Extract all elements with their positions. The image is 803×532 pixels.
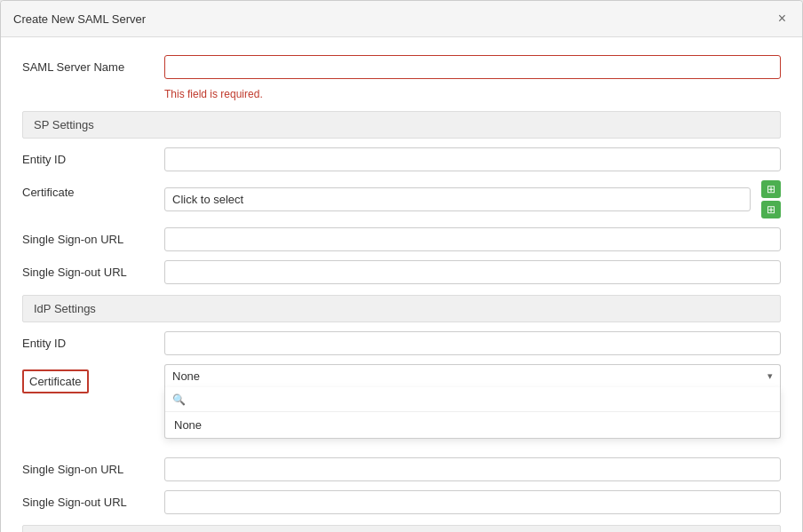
idp-certificate-field: None ▾ 🔍 None — [164, 364, 781, 387]
cert-icon-2: ⊞ — [767, 203, 775, 216]
sp-sso-logout-url-label: Single Sign-out URL — [22, 260, 164, 279]
idp-sso-logout-url-field — [164, 490, 781, 514]
dropdown-item-none[interactable]: None — [165, 412, 780, 438]
dropdown-search-input[interactable] — [191, 393, 773, 406]
modal-title: Create New SAML Server — [13, 12, 146, 26]
sp-certificate-row: Certificate Click to select ⊞ ⊞ — [22, 180, 781, 218]
cert-icon-1: ⊞ — [767, 183, 775, 195]
idp-certificate-label: Certificate — [22, 369, 89, 393]
idp-certificate-selected-value: None — [172, 369, 200, 383]
bottom-sections: Advanced Options › Per-Device Mapping ˅ — [22, 525, 781, 532]
sp-sso-url-row: Single Sign-on URL — [22, 227, 781, 251]
idp-certificate-dropdown: None ▾ 🔍 None — [164, 364, 781, 387]
idp-entity-id-label: Entity ID — [22, 331, 164, 350]
idp-sso-logout-url-label: Single Sign-out URL — [22, 490, 164, 509]
sp-sso-url-field — [164, 227, 781, 251]
advanced-options-header[interactable]: Advanced Options › — [22, 525, 781, 532]
sp-sso-logout-url-field — [164, 260, 781, 284]
modal-header: Create New SAML Server × — [1, 1, 802, 37]
idp-certificate-row: Certificate None ▾ 🔍 None — [22, 364, 781, 393]
sp-entity-id-row: Entity ID — [22, 147, 781, 171]
sp-settings-header: SP Settings — [22, 111, 781, 139]
idp-certificate-select-btn[interactable]: None ▾ — [164, 364, 781, 387]
saml-server-name-error: This field is required. — [164, 88, 781, 100]
idp-entity-id-input[interactable] — [164, 331, 781, 355]
sp-certificate-label: Certificate — [22, 180, 164, 199]
idp-entity-id-row: Entity ID — [22, 331, 781, 355]
saml-server-name-input[interactable] — [164, 55, 781, 79]
sp-sso-logout-url-input[interactable] — [164, 260, 781, 284]
idp-sso-url-field — [164, 457, 781, 481]
modal-body: SAML Server Name This field is required.… — [1, 37, 802, 532]
sp-sso-url-input[interactable] — [164, 227, 781, 251]
sp-sso-logout-url-row: Single Sign-out URL — [22, 260, 781, 284]
sp-entity-id-field — [164, 147, 781, 171]
sp-certificate-field: Click to select ⊞ ⊞ — [164, 180, 781, 218]
dropdown-caret-icon: ▾ — [767, 370, 773, 382]
idp-settings-header: IdP Settings — [22, 295, 781, 322]
cert-icon-btn-1[interactable]: ⊞ — [761, 180, 781, 198]
create-saml-modal: Create New SAML Server × SAML Server Nam… — [0, 0, 803, 532]
close-button[interactable]: × — [775, 10, 790, 28]
sp-entity-id-label: Entity ID — [22, 147, 164, 166]
idp-sso-logout-url-row: Single Sign-out URL — [22, 490, 781, 514]
dropdown-search-icon: 🔍 — [172, 393, 186, 406]
saml-server-name-label: SAML Server Name — [22, 55, 164, 74]
sp-certificate-select-btn[interactable]: Click to select — [164, 187, 751, 211]
saml-server-name-row: SAML Server Name — [22, 55, 781, 79]
idp-certificate-label-wrap: Certificate — [22, 364, 164, 393]
idp-sso-url-label: Single Sign-on URL — [22, 457, 164, 476]
idp-sso-logout-url-input[interactable] — [164, 490, 781, 514]
sp-sso-url-label: Single Sign-on URL — [22, 227, 164, 246]
cert-icons: ⊞ ⊞ — [756, 180, 781, 218]
saml-server-name-field — [164, 55, 781, 79]
sp-certificate-placeholder: Click to select — [172, 193, 243, 206]
sp-entity-id-input[interactable] — [164, 147, 781, 171]
idp-entity-id-field — [164, 331, 781, 355]
idp-certificate-dropdown-panel: 🔍 None — [164, 387, 781, 439]
cert-icon-btn-2[interactable]: ⊞ — [761, 201, 781, 218]
idp-sso-url-input[interactable] — [164, 457, 781, 481]
sp-certificate-input-wrap: Click to select — [164, 187, 751, 211]
idp-sso-url-row: Single Sign-on URL — [22, 457, 781, 481]
dropdown-search-row: 🔍 — [165, 387, 780, 412]
